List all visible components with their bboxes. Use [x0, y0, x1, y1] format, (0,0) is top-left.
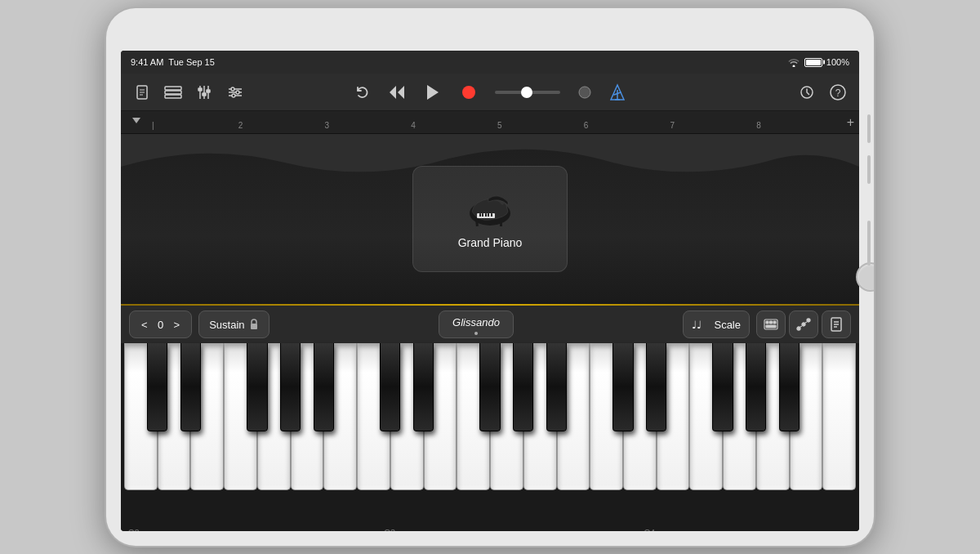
- svg-rect-41: [770, 321, 773, 324]
- play-button[interactable]: [418, 78, 448, 107]
- svg-point-15: [232, 94, 235, 97]
- scale-notes-icon: ♩♩: [692, 318, 710, 331]
- rewind-button[interactable]: [382, 78, 412, 107]
- status-bar: 9:41 AM Tue Sep 15 100%: [121, 51, 859, 74]
- new-song-button[interactable]: [129, 79, 155, 105]
- battery-icon: [804, 58, 822, 67]
- black-key[interactable]: [147, 343, 167, 431]
- svg-point-44: [797, 327, 800, 330]
- ruler-mark-6: 6: [584, 121, 670, 130]
- power-button[interactable]: [867, 221, 871, 266]
- song-settings-button[interactable]: [794, 79, 820, 105]
- svg-rect-37: [251, 324, 257, 329]
- sustain-button[interactable]: Sustain: [198, 311, 269, 338]
- svg-rect-30: [500, 218, 502, 226]
- c4-label: C4: [644, 528, 655, 531]
- c2-label: C2: [127, 528, 139, 531]
- black-key[interactable]: [779, 343, 800, 431]
- svg-rect-35: [488, 213, 489, 217]
- svg-rect-42: [773, 321, 776, 324]
- svg-marker-18: [427, 85, 439, 100]
- svg-rect-8: [203, 93, 206, 96]
- ruler-mark-4: 4: [411, 121, 497, 130]
- black-key[interactable]: [646, 343, 666, 431]
- svg-rect-9: [207, 90, 210, 92]
- black-key[interactable]: [380, 343, 400, 431]
- left-tools: [129, 79, 248, 105]
- svg-rect-43: [766, 325, 776, 328]
- octave-down-btn[interactable]: <: [140, 319, 149, 331]
- status-date: Tue Sep 15: [168, 57, 214, 67]
- white-key[interactable]: [822, 343, 856, 490]
- help-button[interactable]: ?: [825, 79, 851, 105]
- black-key[interactable]: [712, 343, 733, 431]
- svg-point-13: [231, 87, 234, 91]
- black-key[interactable]: [247, 343, 267, 431]
- black-key[interactable]: [180, 343, 201, 431]
- song-info-button[interactable]: [822, 311, 851, 338]
- svg-rect-36: [491, 213, 492, 217]
- ipad-screen: 9:41 AM Tue Sep 15 100%: [121, 51, 859, 531]
- icon-buttons-group: [756, 311, 851, 338]
- keyboard-area[interactable]: C2 C3 C4: [121, 343, 859, 531]
- svg-point-14: [236, 91, 239, 94]
- smart-controls-button[interactable]: [222, 79, 248, 105]
- svg-text:?: ?: [835, 87, 841, 99]
- svg-rect-3: [165, 95, 181, 98]
- scale-button[interactable]: ♩♩ Scale: [683, 311, 750, 338]
- metronome-button[interactable]: [604, 79, 630, 105]
- main-area: Grand Piano: [121, 134, 859, 304]
- svg-point-46: [807, 319, 810, 322]
- tracks-button[interactable]: [160, 79, 186, 105]
- svg-point-19: [462, 86, 475, 99]
- undo-button[interactable]: [350, 79, 376, 105]
- glissando-label: Glissando: [452, 316, 500, 328]
- wave-decoration: [121, 134, 859, 183]
- black-key[interactable]: [746, 343, 766, 431]
- svg-line-48: [805, 322, 807, 323]
- add-track-button[interactable]: +: [847, 115, 854, 130]
- instrument-name: Grand Piano: [458, 236, 523, 249]
- black-key[interactable]: [479, 343, 500, 431]
- svg-line-47: [800, 326, 802, 327]
- lock-icon: [249, 319, 259, 330]
- svg-rect-1: [165, 87, 181, 90]
- black-key[interactable]: [612, 343, 633, 431]
- svg-rect-33: [482, 213, 483, 217]
- keyboard-layout-button[interactable]: [756, 311, 786, 338]
- transport-group: [350, 78, 630, 107]
- octave-control[interactable]: < 0 >: [129, 311, 192, 338]
- volume-up-button[interactable]: [867, 114, 871, 143]
- black-key[interactable]: [513, 343, 533, 431]
- ruler-mark-8: 8: [756, 121, 843, 130]
- wifi-icon: [787, 57, 800, 67]
- controls-bar: < 0 > Sustain Glissando: [121, 306, 859, 343]
- svg-rect-7: [198, 88, 202, 91]
- black-key[interactable]: [280, 343, 301, 431]
- black-key[interactable]: [546, 343, 567, 431]
- svg-point-20: [579, 87, 590, 98]
- mixer-button[interactable]: [191, 79, 217, 105]
- ruler-mark-5: 5: [497, 121, 584, 130]
- volume-slider[interactable]: [495, 91, 560, 94]
- ruler-mark-1: |: [152, 121, 238, 130]
- record-button[interactable]: [454, 78, 483, 107]
- octave-value: 0: [153, 319, 169, 331]
- svg-marker-17: [398, 86, 404, 99]
- svg-rect-40: [766, 321, 768, 324]
- piano-keyboard[interactable]: [121, 343, 859, 490]
- glissando-button[interactable]: Glissando: [439, 311, 514, 338]
- ruler[interactable]: | 2 3 4 5 6 7 8 +: [121, 111, 859, 134]
- status-time: 9:41 AM: [131, 57, 163, 67]
- black-key[interactable]: [413, 343, 434, 431]
- keys-container: [121, 343, 859, 507]
- black-key[interactable]: [314, 343, 334, 431]
- ruler-mark-7: 7: [670, 121, 757, 130]
- arpeggio-button[interactable]: [789, 311, 818, 338]
- count-in-button[interactable]: [572, 79, 598, 105]
- battery-percent: 100%: [826, 57, 849, 67]
- volume-down-button[interactable]: [867, 155, 871, 184]
- toolbar: ?: [121, 74, 859, 111]
- ruler-mark-3: 3: [325, 121, 412, 130]
- octave-up-btn[interactable]: >: [172, 319, 182, 331]
